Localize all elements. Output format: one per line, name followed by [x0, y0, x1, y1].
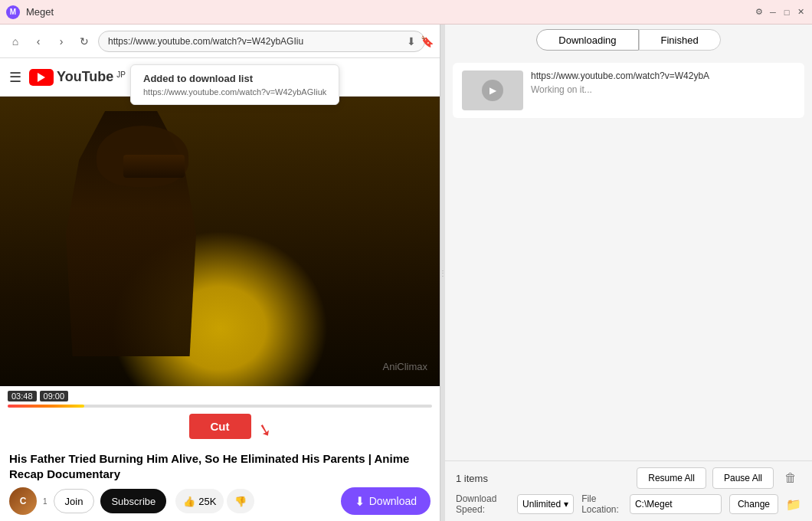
speed-value: Unlimited — [522, 499, 561, 510]
youtube-logo-suffix: JP — [116, 70, 126, 79]
item-info: https://www.youtube.com/watch?v=W42ybA W… — [531, 70, 795, 95]
download-button[interactable]: ⬇ Download — [341, 487, 431, 515]
cut-area: Cut ➘ — [0, 411, 440, 445]
thumbdown-icon: 👎 — [234, 496, 247, 507]
app-name: Meget — [26, 6, 748, 18]
bottom-row2: Download Speed: Unlimited ▾ File Locatio… — [456, 493, 801, 515]
video-watermark: AniClimax — [382, 361, 427, 372]
progress-fill — [8, 405, 84, 408]
toast-notification: Added to download list https://www.youtu… — [130, 64, 339, 105]
channel-avatar: C — [9, 487, 37, 515]
title-bar: M Meget ⚙ ─ □ ✕ — [0, 0, 812, 25]
item-thumbnail: ▶ — [462, 70, 523, 110]
back-button[interactable]: ‹ — [29, 32, 47, 51]
item-url: https://www.youtube.com/watch?v=W42ybA — [531, 70, 795, 81]
cut-button[interactable]: Cut — [189, 414, 251, 439]
download-url-icon[interactable]: ⬇ — [407, 35, 416, 48]
play-icon: ▶ — [482, 80, 503, 101]
address-bar: ⌂ ‹ › ↻ ⬇ 🔖 — [0, 25, 440, 58]
browser-panel: ⌂ ‹ › ↻ ⬇ 🔖 ☰ YouTube JP Added to downlo… — [0, 25, 440, 521]
bookmark-icon[interactable]: 🔖 — [421, 35, 434, 48]
cut-arrow-icon: ➘ — [256, 419, 274, 442]
settings-icon[interactable]: ⚙ — [754, 7, 765, 18]
dislike-button[interactable]: 👎 — [227, 489, 254, 513]
subscriber-count: 1 — [43, 497, 47, 506]
video-actions: C 1 Join Subscribe 👍 25K 👎 — [9, 487, 431, 515]
toast-title: Added to download list — [143, 73, 326, 84]
youtube-logo-text: YouTube — [57, 69, 113, 85]
total-time: 09:00 — [40, 391, 69, 401]
item-status: Working on it... — [531, 84, 795, 95]
location-input[interactable] — [630, 494, 722, 514]
delete-all-icon[interactable]: 🗑 — [780, 467, 801, 489]
speed-label: Download Speed: — [456, 493, 509, 515]
bottom-actions: Resume All Pause All 🗑 — [637, 467, 801, 489]
tab-downloading[interactable]: Downloading — [536, 29, 638, 51]
like-button[interactable]: 👍 25K — [175, 489, 224, 513]
app-icon: M — [6, 5, 20, 19]
pause-all-button[interactable]: Pause All — [712, 467, 774, 489]
time-display: 03:48 09:00 — [8, 391, 432, 401]
minimize-button[interactable]: ─ — [768, 7, 778, 18]
resume-all-button[interactable]: Resume All — [637, 467, 706, 489]
speed-chevron-icon: ▾ — [564, 499, 568, 510]
progress-bar[interactable] — [8, 405, 432, 408]
download-item: ▶ https://www.youtube.com/watch?v=W42ybA… — [453, 63, 804, 118]
location-label: File Location: — [581, 493, 622, 515]
close-button[interactable]: ✕ — [795, 7, 806, 18]
forward-button[interactable]: › — [52, 32, 70, 51]
current-time: 03:48 — [8, 391, 37, 401]
download-label: Download — [369, 495, 417, 507]
speed-select[interactable]: Unlimited ▾ — [517, 494, 574, 514]
video-container[interactable]: AniClimax — [0, 97, 440, 386]
video-controls: 03:48 09:00 — [0, 386, 440, 411]
join-button[interactable]: Join — [54, 489, 95, 513]
video-thumbnail: AniClimax — [0, 97, 440, 386]
thumbup-icon: 👍 — [183, 496, 195, 507]
download-list: ▶ https://www.youtube.com/watch?v=W42ybA… — [445, 55, 812, 460]
change-location-button[interactable]: Change — [729, 494, 778, 514]
items-count: 1 items — [456, 473, 488, 484]
tabs-bar: Downloading Finished — [445, 25, 812, 55]
right-panel: Downloading Finished ▶ https://www.youtu… — [445, 25, 812, 521]
maximize-button[interactable]: □ — [781, 7, 792, 18]
home-button[interactable]: ⌂ — [6, 32, 25, 51]
bottom-row1: 1 items Resume All Pause All 🗑 — [456, 467, 801, 489]
avatar-initial: C — [20, 496, 27, 506]
folder-icon[interactable]: 📁 — [786, 497, 801, 512]
video-info: His Father Tried Burning Him Alive, So H… — [0, 445, 440, 521]
download-icon: ⬇ — [355, 494, 365, 509]
refresh-button[interactable]: ↻ — [75, 32, 93, 51]
youtube-logo: YouTube JP — [29, 69, 126, 86]
toast-url: https://www.youtube.com/watch?v=W42ybAGI… — [143, 87, 326, 97]
tab-finished[interactable]: Finished — [639, 29, 721, 51]
bottom-bar: 1 items Resume All Pause All 🗑 Download … — [445, 460, 812, 521]
like-area: 👍 25K 👎 — [175, 489, 254, 513]
video-title: His Father Tried Burning Him Alive, So H… — [9, 451, 431, 481]
subscribe-button[interactable]: Subscribe — [100, 489, 166, 513]
title-bar-controls: ⚙ ─ □ ✕ — [754, 7, 806, 18]
youtube-logo-icon — [29, 69, 54, 86]
youtube-header: ☰ YouTube JP Added to download list http… — [0, 58, 440, 97]
url-input[interactable] — [98, 31, 425, 52]
hamburger-menu[interactable]: ☰ — [9, 69, 21, 86]
like-count: 25K — [198, 496, 216, 507]
